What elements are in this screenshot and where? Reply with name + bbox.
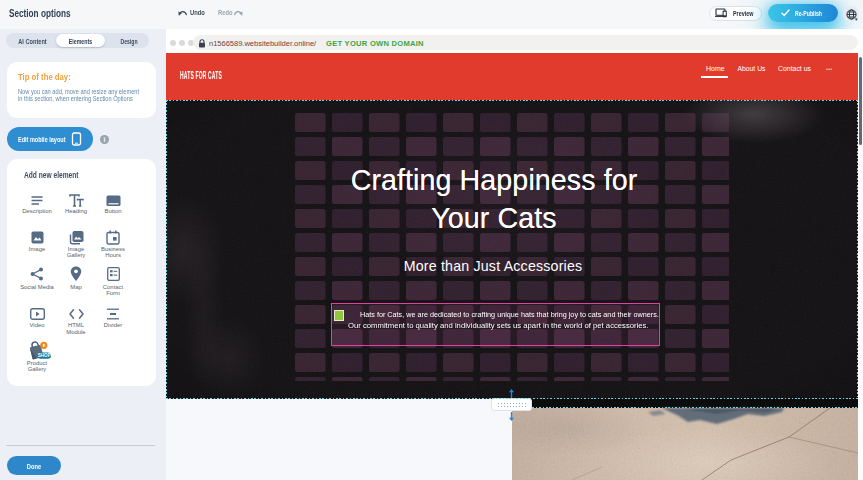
- svg-text:SHOP: SHOP: [38, 353, 51, 358]
